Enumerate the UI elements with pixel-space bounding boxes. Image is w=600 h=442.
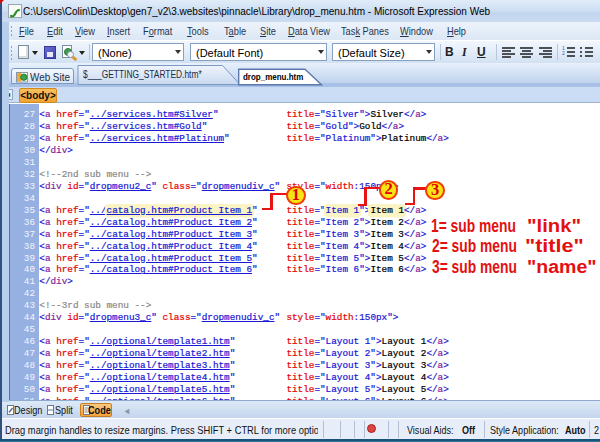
svg-text:2: 2 — [562, 50, 565, 56]
